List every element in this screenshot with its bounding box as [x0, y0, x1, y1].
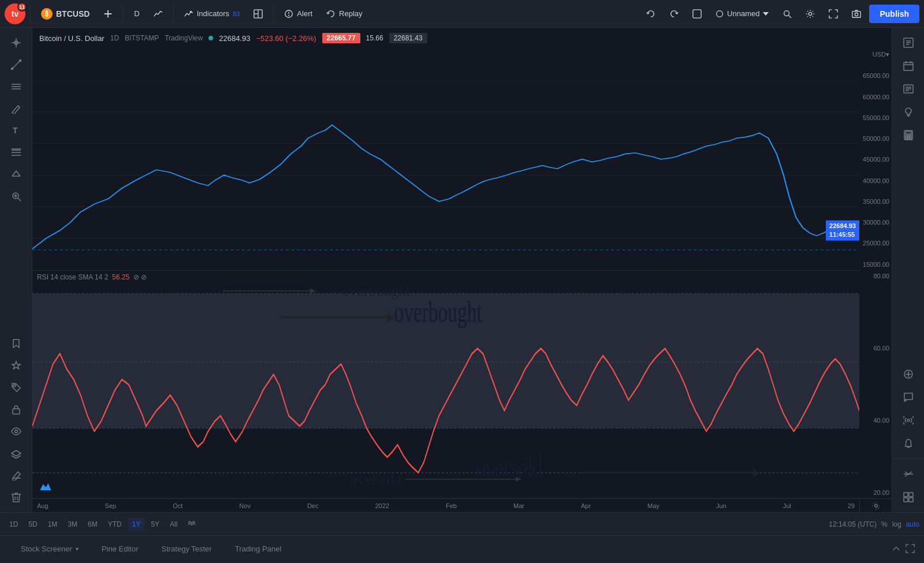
- chart-source: TradingView: [165, 34, 203, 42]
- broadcast-icon[interactable]: [897, 410, 920, 431]
- horizontal-line-tool[interactable]: [5, 76, 28, 97]
- app-logo[interactable]: tv 11: [5, 3, 25, 24]
- line-tool[interactable]: [5, 54, 28, 75]
- time-axis: Aug Sep Oct Nov Dec 2022 Feb Mar Apr May…: [32, 498, 859, 512]
- period-5d[interactable]: 5D: [24, 518, 42, 531]
- replay-label: Replay: [339, 9, 362, 18]
- auto-toggle[interactable]: auto: [906, 520, 919, 528]
- ohlc-close: 22681.43: [389, 33, 427, 43]
- chart-type-selector[interactable]: [148, 6, 169, 22]
- bell-icon[interactable]: [897, 433, 920, 454]
- collapse-panel-icon[interactable]: [892, 544, 901, 555]
- alert-button[interactable]: Alert: [278, 6, 318, 22]
- ideas-icon[interactable]: [897, 102, 920, 122]
- compare-button[interactable]: [183, 517, 200, 531]
- time-jul: Jul: [783, 502, 791, 509]
- right-divider: [892, 458, 924, 459]
- svg-point-6: [289, 15, 289, 16]
- rsi-20: 20.00: [862, 489, 889, 496]
- news-icon[interactable]: [897, 79, 920, 99]
- layers-tool[interactable]: [5, 443, 28, 464]
- price-chart[interactable]: 22684.93 11:45:55: [32, 49, 859, 270]
- svg-line-10: [789, 15, 791, 17]
- chart-settings-icon[interactable]: [859, 498, 892, 512]
- svg-rect-90: [904, 493, 908, 497]
- settings-button[interactable]: [800, 6, 821, 22]
- period-6m[interactable]: 6M: [83, 518, 102, 531]
- calculator-icon[interactable]: [897, 125, 920, 146]
- svg-point-13: [855, 13, 858, 16]
- fullscreen-button[interactable]: [823, 6, 844, 22]
- indicators-count: 83: [233, 10, 240, 17]
- symbol-selector[interactable]: ₿ BTCUSD: [35, 5, 95, 23]
- measure-tool[interactable]: [5, 164, 28, 185]
- chart-name-button[interactable]: Unnamed: [710, 6, 774, 21]
- tag-tool[interactable]: [5, 377, 28, 398]
- time-period-bar: 1D 5D 1M 3M 6M YTD 1Y 5Y All 12:14:05 (U…: [0, 512, 924, 535]
- time-2022: 2022: [375, 502, 389, 509]
- alert-label: Alert: [297, 9, 312, 18]
- right-toolbar: [892, 28, 924, 512]
- percent-toggle[interactable]: %: [881, 520, 888, 528]
- period-1y[interactable]: 1Y: [128, 518, 146, 531]
- period-1m[interactable]: 1M: [43, 518, 62, 531]
- zoom-tool[interactable]: [5, 186, 28, 207]
- search-button[interactable]: [777, 6, 798, 22]
- chart-mode-button[interactable]: [687, 6, 707, 22]
- period-all[interactable]: All: [165, 518, 182, 531]
- trash-tool[interactable]: [5, 487, 28, 508]
- star-tool[interactable]: [5, 355, 28, 376]
- lock-tool[interactable]: [5, 399, 28, 420]
- logo-text: tv: [12, 9, 18, 18]
- period-1d[interactable]: 1D: [5, 518, 23, 531]
- layout-button[interactable]: [248, 6, 269, 22]
- tab-strategy-tester[interactable]: Strategy Tester: [150, 536, 223, 564]
- collapse-icon[interactable]: [897, 464, 920, 484]
- add-symbol-button[interactable]: [98, 6, 118, 22]
- redo-button[interactable]: [664, 6, 684, 22]
- indicators-button[interactable]: Indicators 83: [178, 6, 246, 22]
- period-ytd[interactable]: YTD: [103, 518, 126, 531]
- rsi-label: RSI 14 close SMA 14 2 56.25 ⊘ ⊘: [37, 273, 147, 281]
- grid-settings-icon[interactable]: [897, 487, 920, 508]
- time-mar: Mar: [513, 502, 524, 509]
- symbol-label: BTCUSD: [56, 9, 90, 18]
- eye-tool[interactable]: [5, 421, 28, 442]
- log-toggle[interactable]: log: [892, 520, 901, 528]
- svg-rect-80: [907, 137, 909, 139]
- rsi-container[interactable]: RSI 14 close SMA 14 2 56.25 ⊘ ⊘ overboug…: [32, 270, 859, 499]
- expand-panel-icon[interactable]: [906, 544, 915, 555]
- time-may: May: [647, 502, 660, 509]
- svg-point-9: [784, 10, 789, 16]
- svg-rect-35: [13, 409, 20, 414]
- bookmark-tool[interactable]: [5, 333, 28, 354]
- replay-button[interactable]: Replay: [321, 6, 368, 22]
- screener-icon[interactable]: [897, 364, 920, 385]
- publish-button[interactable]: Publish: [869, 5, 919, 23]
- interval-selector[interactable]: D: [128, 6, 145, 21]
- text-tool[interactable]: T: [5, 120, 28, 141]
- undo-button[interactable]: [640, 6, 661, 22]
- price-change: −523.60 (−2.26%): [256, 34, 316, 43]
- time-oct: Oct: [173, 502, 182, 509]
- svg-rect-76: [906, 135, 907, 137]
- screenshot-button[interactable]: [846, 6, 867, 22]
- svg-line-23: [18, 106, 20, 107]
- crosshair-tool[interactable]: [5, 32, 28, 53]
- fibonacci-tool[interactable]: [5, 142, 28, 163]
- chart-area[interactable]: Bitcoin / U.S. Dollar 1D BITSTAMP Tradin…: [32, 28, 892, 512]
- tab-pine-editor[interactable]: Pine Editor: [90, 536, 150, 564]
- time-display: 12:14:05 (UTC): [829, 520, 877, 528]
- price-level-15k: 15000.00: [862, 261, 889, 268]
- current-price-tag: 22684.93: [829, 222, 856, 230]
- watchlist-icon[interactable]: [897, 32, 920, 53]
- period-5y[interactable]: 5Y: [146, 518, 164, 531]
- chat-icon[interactable]: [897, 387, 920, 408]
- period-3m[interactable]: 3M: [63, 518, 82, 531]
- eraser-tool[interactable]: [5, 465, 28, 486]
- pencil-tool[interactable]: [5, 98, 28, 119]
- rsi-40: 40.00: [862, 417, 889, 424]
- tab-stock-screener[interactable]: Stock Screener ▾: [9, 536, 90, 564]
- tab-trading-panel[interactable]: Trading Panel: [223, 536, 293, 564]
- calendar-icon[interactable]: [897, 55, 920, 76]
